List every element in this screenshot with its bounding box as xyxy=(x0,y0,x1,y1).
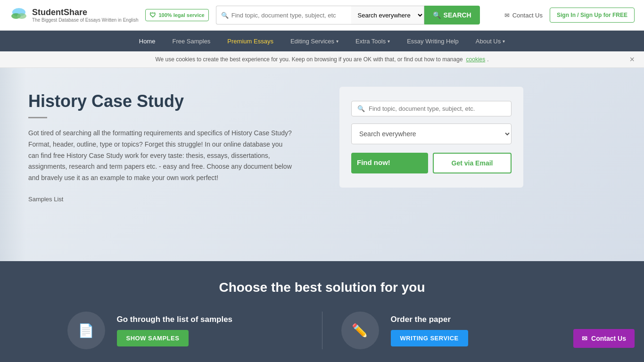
header-search-area: 🔍 Search everywhereEssaysResearch Papers… xyxy=(216,6,480,25)
logo-area: StudentShare The Biggest Database of Ess… xyxy=(9,6,138,25)
nav-item-home[interactable]: Home xyxy=(131,31,164,51)
samples-icon: 📄 xyxy=(78,323,94,338)
extra-tools-chevron-icon: ▾ xyxy=(388,39,390,44)
search-scope-select[interactable]: Search everywhereEssaysResearch PapersDi… xyxy=(351,6,424,25)
choose-card-samples-title: Go through the list of samples xyxy=(117,315,233,324)
nav-editing-services-label: Editing Services xyxy=(290,38,334,45)
nav-item-extra-tools[interactable]: Extra Tools ▾ xyxy=(347,31,398,51)
show-samples-button[interactable]: SHOW SAMPLES xyxy=(117,330,189,346)
logo-subtitle: The Biggest Database of Essays Written i… xyxy=(32,17,138,23)
cookie-close-button[interactable]: × xyxy=(629,55,635,65)
nav-item-premium-essays[interactable]: Premium Essays xyxy=(219,31,282,51)
card-search-icon: 🔍 xyxy=(357,105,365,112)
nav-essay-writing-help-label: Essay Writing Help xyxy=(407,38,459,45)
editing-services-chevron-icon: ▾ xyxy=(336,39,339,44)
shield-icon: 🛡 xyxy=(149,11,156,19)
card-search-input-wrap: 🔍 xyxy=(351,101,512,116)
contact-float-button[interactable]: ✉ Contact Us xyxy=(573,329,635,348)
nav-free-samples-label: Free Samples xyxy=(172,38,210,45)
card-buttons: Find now! Get via Email xyxy=(351,153,512,173)
choose-cards-divider xyxy=(322,312,322,349)
main-nav: Home Free Samples Premium Essays Editing… xyxy=(0,31,644,51)
cookies-link-label: cookies xyxy=(466,56,486,63)
logo-icon xyxy=(9,6,28,25)
hero-search-card: 🔍 Search everywhereEssaysResearch Papers… xyxy=(339,87,523,188)
hero-divider xyxy=(28,117,47,118)
svg-point-2 xyxy=(17,13,26,19)
logo-text: StudentShare The Biggest Database of Ess… xyxy=(32,8,138,23)
nav-about-us-label: About Us xyxy=(476,38,501,45)
hero-description: Got tired of searching all the formattin… xyxy=(28,128,292,184)
nav-home-label: Home xyxy=(139,38,156,45)
nav-item-about-us[interactable]: About Us ▾ xyxy=(467,31,513,51)
nav-item-editing-services[interactable]: Editing Services ▾ xyxy=(282,31,347,51)
get-via-email-button[interactable]: Get via Email xyxy=(433,153,512,173)
contact-label: Contact Us xyxy=(512,12,543,19)
nav-item-essay-writing-help[interactable]: Essay Writing Help xyxy=(398,31,467,51)
signup-button[interactable]: Sign In / Sign Up for FREE xyxy=(550,8,635,23)
page-title: History Case Study xyxy=(28,91,321,111)
search-btn-icon: 🔍 xyxy=(433,11,441,19)
nav-premium-essays-label: Premium Essays xyxy=(227,38,273,45)
nav-extra-tools-label: Extra Tools xyxy=(355,38,386,45)
cookie-bar: We use cookies to create the best experi… xyxy=(0,51,644,68)
header-search-input-wrap: 🔍 xyxy=(216,6,351,25)
choose-section: Choose the best solution for you 📄 Go th… xyxy=(0,261,644,362)
choose-card-samples: 📄 Go through the list of samples SHOW SA… xyxy=(67,312,303,349)
search-icon: 🔍 xyxy=(221,12,229,19)
hero-bg-decoration xyxy=(0,68,26,261)
about-us-chevron-icon: ▾ xyxy=(503,39,505,44)
order-icon: ✏️ xyxy=(352,323,368,338)
search-input[interactable] xyxy=(231,12,347,19)
card-search-input[interactable] xyxy=(369,105,505,112)
order-icon-circle: ✏️ xyxy=(341,312,379,349)
contact-float-icon: ✉ xyxy=(582,335,587,342)
search-button[interactable]: 🔍 SEARCH xyxy=(424,6,480,25)
envelope-icon: ✉ xyxy=(504,12,510,19)
choose-card-samples-text: Go through the list of samples SHOW SAMP… xyxy=(117,315,233,346)
card-scope-select[interactable]: Search everywhereEssaysResearch PapersDi… xyxy=(351,123,512,144)
header: StudentShare The Biggest Database of Ess… xyxy=(0,0,644,31)
find-now-button[interactable]: Find now! xyxy=(351,153,428,173)
hero-section: History Case Study Got tired of searchin… xyxy=(0,68,644,261)
hero-left: History Case Study Got tired of searchin… xyxy=(28,87,321,203)
cookie-text: We use cookies to create the best experi… xyxy=(155,56,462,63)
choose-card-order: ✏️ Order the paper WRITING SERVICE xyxy=(341,312,577,349)
search-btn-label: SEARCH xyxy=(444,11,471,19)
legal-badge: 🛡 100% legal service xyxy=(145,9,208,21)
writing-service-button[interactable]: WRITING SERVICE xyxy=(391,330,468,346)
choose-card-order-text: Order the paper WRITING SERVICE xyxy=(391,315,468,346)
samples-icon-circle: 📄 xyxy=(67,312,105,349)
nav-item-free-samples[interactable]: Free Samples xyxy=(164,31,219,51)
header-right: ✉ Contact Us Sign In / Sign Up for FREE xyxy=(504,8,635,23)
cookies-link[interactable]: cookies xyxy=(466,56,486,63)
logo-title: StudentShare xyxy=(32,8,87,17)
choose-card-order-title: Order the paper xyxy=(391,315,468,324)
contact-link[interactable]: ✉ Contact Us xyxy=(504,12,543,19)
choose-cards: 📄 Go through the list of samples SHOW SA… xyxy=(28,312,616,349)
legal-badge-text: 100% legal service xyxy=(158,12,204,18)
choose-section-title: Choose the best solution for you xyxy=(28,280,616,295)
samples-list-link[interactable]: Samples List xyxy=(28,196,321,203)
contact-float-label: Contact Us xyxy=(591,335,626,342)
